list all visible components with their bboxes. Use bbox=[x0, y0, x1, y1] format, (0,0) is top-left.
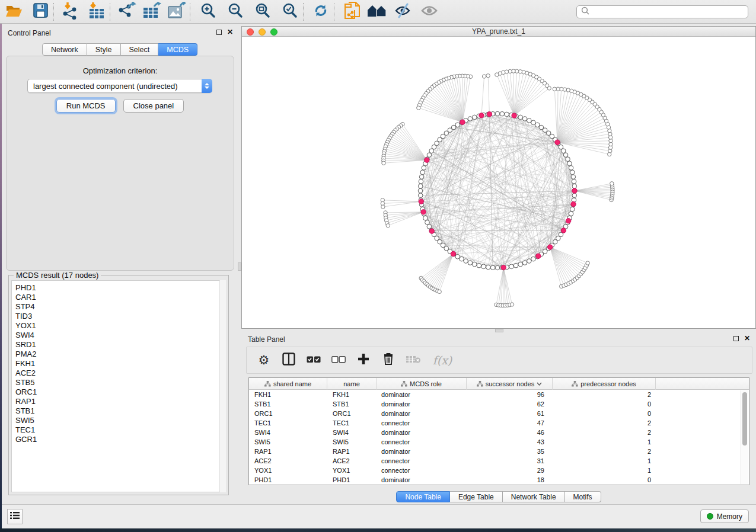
mcds-result-item[interactable]: CAR1 bbox=[15, 293, 225, 302]
toolbar-separator bbox=[334, 3, 334, 21]
zoom-out-button[interactable] bbox=[226, 2, 245, 21]
table-row[interactable]: PHD1PHD1dominator180 bbox=[249, 475, 749, 485]
tab-style[interactable]: Style bbox=[87, 43, 121, 56]
window-zoom-icon[interactable] bbox=[270, 28, 277, 36]
column-header-successor-nodes[interactable]: successor nodes bbox=[467, 378, 553, 390]
run-mcds-button[interactable]: Run MCDS bbox=[56, 99, 116, 113]
tab-mcds[interactable]: MCDS bbox=[158, 43, 197, 56]
table-cell: SWI5 bbox=[327, 437, 377, 447]
table-cell: 2 bbox=[553, 428, 656, 437]
hide-elements-button[interactable] bbox=[394, 2, 413, 21]
refresh-button[interactable] bbox=[311, 2, 330, 21]
mcds-result-item[interactable]: STB1 bbox=[15, 406, 225, 416]
tab-motifs[interactable]: Motifs bbox=[565, 491, 601, 502]
tab-select[interactable]: Select bbox=[121, 43, 159, 56]
export-table-button[interactable] bbox=[142, 2, 161, 21]
sort-chevron-icon bbox=[537, 382, 542, 386]
table-cell: 1 bbox=[553, 437, 656, 447]
mcds-result-item[interactable]: SWI4 bbox=[15, 331, 225, 340]
zoom-fit-button[interactable] bbox=[253, 2, 272, 21]
memory-status-icon bbox=[707, 513, 713, 520]
table-row[interactable]: STB1STB1dominator620 bbox=[249, 399, 749, 409]
mcds-result-item[interactable]: YOX1 bbox=[15, 321, 225, 331]
network-file-icon bbox=[344, 2, 361, 22]
window-minimize-icon[interactable] bbox=[259, 28, 266, 36]
float-table-panel-icon[interactable] bbox=[733, 336, 739, 341]
delete-button[interactable] bbox=[381, 352, 396, 368]
network-window-titlebar[interactable]: YPA_prune.txt_1 bbox=[242, 27, 755, 37]
mcds-list-scrollbar[interactable] bbox=[219, 280, 226, 492]
deselect-all-button[interactable] bbox=[331, 352, 346, 368]
tab-network[interactable]: Network bbox=[42, 43, 87, 56]
open-session-icon bbox=[5, 4, 23, 20]
mcds-result-item[interactable]: STP4 bbox=[15, 302, 225, 312]
mcds-result-item[interactable]: TID3 bbox=[15, 312, 225, 321]
add-column-icon bbox=[358, 353, 369, 367]
table-row[interactable]: TEC1TEC1connector472 bbox=[249, 418, 749, 428]
mcds-result-item[interactable]: GCR1 bbox=[15, 435, 225, 444]
add-column-button[interactable] bbox=[356, 352, 371, 368]
close-panel-button[interactable]: Close panel bbox=[123, 99, 184, 113]
search-input[interactable] bbox=[590, 7, 748, 17]
column-header-predecessor-nodes[interactable]: predecessor nodes bbox=[553, 378, 656, 390]
import-table-button[interactable] bbox=[87, 2, 106, 21]
table-row[interactable]: ACE2ACE2connector311 bbox=[249, 456, 749, 466]
network-file-button[interactable] bbox=[343, 2, 362, 21]
close-panel-icon[interactable]: ✕ bbox=[227, 29, 233, 35]
save-session-button[interactable] bbox=[31, 2, 50, 21]
memory-button[interactable]: Memory bbox=[700, 509, 749, 523]
export-image-button[interactable] bbox=[167, 2, 186, 21]
table-scrollbar-thumb[interactable] bbox=[742, 392, 747, 446]
optimization-criterion-select[interactable]: largest connected component (undirected) bbox=[27, 79, 212, 93]
mcds-result-item[interactable]: RAP1 bbox=[15, 397, 225, 406]
mcds-result-item[interactable]: PHD1 bbox=[15, 283, 225, 293]
gear-button[interactable]: ⚙ bbox=[256, 352, 272, 368]
network-canvas[interactable] bbox=[242, 37, 755, 328]
tab-network-table[interactable]: Network Table bbox=[503, 491, 565, 502]
table-row[interactable]: FKH1FKH1dominator962 bbox=[249, 390, 749, 399]
mcds-result-item[interactable]: SWI5 bbox=[15, 416, 225, 425]
table-cell: connector bbox=[377, 418, 467, 428]
mcds-result-item[interactable]: STB5 bbox=[15, 378, 225, 387]
status-bar: Memory bbox=[2, 504, 756, 528]
tab-edge-table[interactable]: Edge Table bbox=[450, 491, 503, 502]
mcds-result-item[interactable]: SRD1 bbox=[15, 340, 225, 350]
show-elements-button[interactable] bbox=[420, 2, 439, 21]
network-graph[interactable] bbox=[242, 37, 755, 328]
select-all-button[interactable] bbox=[306, 352, 321, 368]
table-row[interactable]: ORC1ORC1dominator610 bbox=[249, 409, 749, 418]
task-history-button[interactable] bbox=[7, 509, 23, 524]
mcds-result-item[interactable]: TEC1 bbox=[15, 425, 225, 435]
table-cell: TEC1 bbox=[249, 418, 327, 428]
zoom-in-button[interactable] bbox=[199, 2, 218, 21]
function-builder-button[interactable]: f(x) bbox=[430, 352, 454, 368]
zoom-selected-button[interactable] bbox=[280, 2, 299, 21]
table-row[interactable]: SWI4SWI4dominator462 bbox=[249, 428, 749, 437]
mcds-result-item[interactable]: FKH1 bbox=[15, 359, 225, 368]
window-close-icon[interactable] bbox=[247, 28, 254, 36]
column-header-shared-name[interactable]: shared name bbox=[249, 378, 327, 390]
mcds-result-list[interactable]: PHD1CAR1STP4TID3YOX1SWI4SRD1PMA2FKH1ACE2… bbox=[11, 280, 226, 492]
tab-node-table[interactable]: Node Table bbox=[396, 491, 450, 502]
open-session-button[interactable] bbox=[5, 2, 24, 21]
table-scrollbar[interactable] bbox=[741, 390, 748, 484]
close-table-panel-icon[interactable]: ✕ bbox=[744, 335, 750, 341]
table-cell: RAP1 bbox=[327, 447, 377, 456]
column-header-mcds-role[interactable]: MCDS role bbox=[377, 378, 467, 390]
refresh-icon bbox=[312, 2, 329, 21]
mcds-result-item[interactable]: PMA2 bbox=[15, 350, 225, 359]
table-row[interactable]: YOX1YOX1connector291 bbox=[249, 466, 749, 475]
home-network-button[interactable] bbox=[368, 2, 387, 21]
table-row[interactable]: SWI5SWI5connector431 bbox=[249, 437, 749, 447]
table-row[interactable]: RAP1RAP1dominator352 bbox=[249, 447, 749, 456]
export-network-button[interactable] bbox=[117, 2, 136, 21]
mcds-result-item[interactable]: ACE2 bbox=[15, 368, 225, 378]
import-network-button[interactable] bbox=[61, 2, 80, 21]
table-cell: ACE2 bbox=[327, 456, 377, 466]
delete-table-button[interactable] bbox=[406, 352, 421, 368]
float-panel-icon[interactable] bbox=[216, 30, 222, 35]
column-layout-button[interactable] bbox=[281, 352, 296, 368]
column-header-name[interactable]: name bbox=[327, 378, 377, 390]
mcds-result-item[interactable]: ORC1 bbox=[15, 387, 225, 397]
search-box[interactable] bbox=[576, 5, 748, 18]
